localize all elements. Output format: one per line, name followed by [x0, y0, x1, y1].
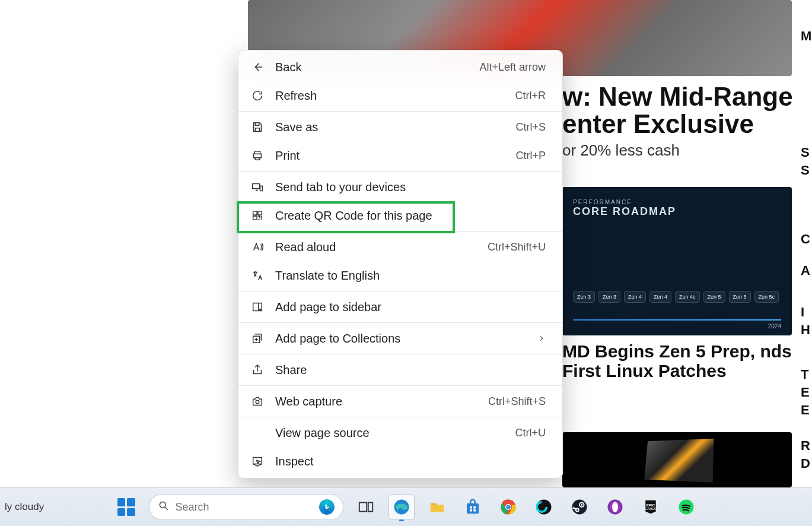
menu-label: Print	[275, 149, 505, 163]
menu-translate[interactable]: Translate to English	[238, 261, 562, 290]
taskbar-store[interactable]	[460, 494, 486, 520]
menu-label: Add page to sidebar	[275, 300, 546, 314]
svg-point-16	[581, 504, 582, 506]
active-indicator	[399, 519, 404, 521]
menu-shortcut: Ctrl+U	[515, 427, 546, 439]
menu-label: Web capture	[275, 395, 477, 408]
menu-add-collections[interactable]: Add page to Collections	[238, 324, 562, 353]
menu-web-capture[interactable]: Web capture Ctrl+Shift+S	[238, 387, 562, 416]
svg-rect-7	[473, 506, 476, 509]
svg-rect-3	[368, 503, 372, 512]
save-icon	[250, 120, 265, 134]
taskbar-logitech[interactable]	[531, 494, 557, 520]
side-fragment[interactable]: D	[801, 456, 810, 471]
menu-read-aloud[interactable]: Read aloud Ctrl+Shift+U	[238, 233, 562, 261]
taskbar-weather[interactable]: ly cloudy	[0, 487, 44, 526]
cpu-box-graphic	[644, 438, 714, 482]
chip: Zen 4	[624, 291, 646, 303]
svg-rect-2	[359, 503, 367, 512]
qr-code-icon	[250, 208, 265, 223]
menu-inspect[interactable]: Inspect	[238, 447, 562, 476]
taskbar-file-explorer[interactable]	[424, 494, 450, 520]
svg-point-14	[572, 500, 587, 515]
translate-icon	[250, 268, 265, 283]
menu-create-qr[interactable]: Create QR Code for this page	[238, 201, 562, 230]
side-fragment[interactable]: E	[801, 385, 810, 400]
article1-title-line2: enter Exclusive	[562, 109, 754, 138]
chip: Zen 5c	[754, 291, 779, 303]
weather-text: ly cloudy	[5, 501, 44, 513]
taskbar: ly cloudy	[0, 487, 812, 526]
search-icon	[158, 500, 170, 515]
side-fragment[interactable]: R	[801, 438, 810, 454]
menu-shortcut: Ctrl+S	[515, 121, 546, 134]
menu-label: Read aloud	[275, 240, 477, 254]
menu-refresh[interactable]: Refresh Ctrl+R	[238, 81, 562, 110]
search-input[interactable]	[176, 501, 313, 514]
article1-title-line1: w: New Mid-Range	[562, 82, 793, 111]
menu-separator	[238, 322, 562, 323]
refresh-icon	[250, 88, 265, 103]
taskbar-opera[interactable]	[602, 494, 628, 520]
side-fragment[interactable]: H	[801, 322, 810, 338]
menu-back[interactable]: Back Alt+Left arrow	[238, 53, 562, 81]
menu-label: Share	[275, 363, 546, 377]
taskbar-search[interactable]	[149, 494, 343, 520]
side-fragment[interactable]: S	[801, 145, 810, 160]
svg-text:EPIC: EPIC	[646, 503, 655, 507]
menu-share[interactable]: Share	[238, 356, 562, 384]
taskbar-chrome[interactable]	[495, 494, 521, 520]
side-fragment[interactable]: E	[801, 403, 810, 418]
svg-point-0	[256, 400, 259, 404]
article2-image[interactable]: PERFORMANCE CORE ROADMAP Zen 3 Zen 3 Zen…	[562, 187, 792, 335]
roadmap-chips: Zen 3 Zen 3 Zen 4 Zen 4 Zen 4c Zen 5 Zen…	[573, 291, 781, 303]
side-fragment[interactable]: I	[801, 305, 804, 320]
roadmap-title: CORE ROADMAP	[573, 205, 781, 218]
taskbar-edge[interactable]	[389, 494, 415, 520]
article2-title[interactable]: MD Begins Zen 5 Prep, nds First Linux Pa…	[562, 341, 800, 381]
taskbar-center: EPICGAMES	[113, 494, 699, 520]
side-fragment[interactable]: C	[801, 232, 810, 247]
chevron-right-icon	[537, 332, 546, 346]
taskbar-steam[interactable]	[566, 494, 593, 520]
chip: Zen 3	[573, 291, 595, 303]
menu-label: View page source	[275, 426, 504, 440]
svg-point-19	[612, 502, 618, 512]
article3-image[interactable]	[562, 432, 792, 487]
article1-title[interactable]: w: New Mid-Range enter Exclusive	[562, 83, 800, 138]
share-icon	[250, 363, 265, 377]
menu-label: Create QR Code for this page	[275, 209, 546, 223]
chip: Zen 5	[729, 291, 751, 303]
menu-print[interactable]: Print Ctrl+P	[238, 141, 562, 170]
menu-label: Send tab to your devices	[275, 180, 546, 194]
svg-rect-5	[467, 503, 479, 514]
menu-view-source[interactable]: View page source Ctrl+U	[238, 419, 562, 447]
roadmap-timeline	[573, 319, 781, 321]
chip: Zen 4c	[675, 291, 700, 303]
svg-rect-6	[470, 506, 472, 509]
menu-label: Save as	[275, 121, 505, 134]
side-fragment[interactable]: M	[801, 28, 811, 44]
side-fragment[interactable]: T	[801, 367, 808, 382]
menu-separator	[238, 354, 562, 354]
side-fragment[interactable]: S	[801, 163, 810, 178]
menu-label: Inspect	[275, 455, 546, 468]
svg-text:GAMES: GAMES	[645, 507, 656, 511]
menu-save-as[interactable]: Save as Ctrl+S	[238, 113, 562, 141]
side-fragment[interactable]: A	[801, 263, 810, 278]
read-aloud-icon	[250, 240, 265, 254]
bing-icon[interactable]	[319, 499, 335, 515]
taskbar-spotify[interactable]	[673, 494, 699, 520]
menu-send-tab[interactable]: Send tab to your devices	[238, 173, 562, 201]
taskbar-task-view[interactable]	[353, 494, 379, 520]
menu-separator	[238, 385, 562, 386]
menu-add-sidebar[interactable]: Add page to sidebar	[238, 293, 562, 321]
menu-shortcut: Ctrl+Shift+S	[488, 395, 546, 408]
blank-icon	[250, 426, 265, 440]
svg-point-12	[506, 505, 511, 509]
context-menu: Back Alt+Left arrow Refresh Ctrl+R Save …	[238, 50, 563, 479]
menu-label: Back	[275, 61, 469, 74]
taskbar-epic-games[interactable]: EPICGAMES	[638, 494, 664, 520]
start-button[interactable]	[113, 494, 139, 520]
chip: Zen 3	[598, 291, 620, 303]
